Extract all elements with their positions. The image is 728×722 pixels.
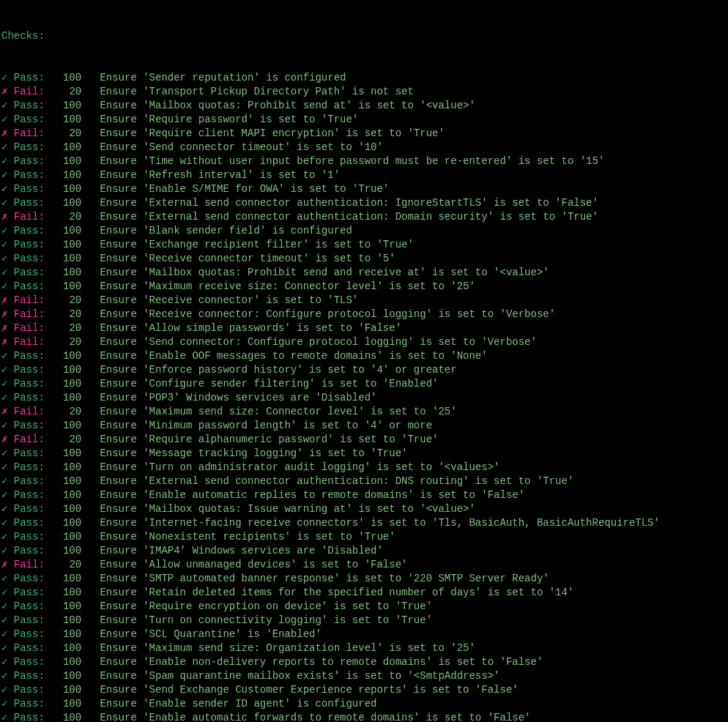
check-row: ✓Pass:100Ensure 'Exchange recipient filt… [1, 238, 728, 252]
check-status-label: Pass: [14, 280, 51, 294]
check-description: Ensure 'Require client MAPI encryption' … [100, 127, 444, 141]
check-score: 100 [51, 280, 81, 294]
check-pass-icon: ✓ [1, 447, 7, 461]
check-score: 100 [51, 628, 81, 641]
check-pass-icon: ✓ [1, 113, 7, 127]
check-pass-icon: ✓ [1, 377, 7, 391]
check-pass-icon: ✓ [1, 544, 7, 558]
check-status-label: Fail: [14, 308, 51, 321]
check-description: Ensure 'Refresh interval' is set to '1' [100, 168, 340, 182]
check-status-label: Pass: [14, 697, 51, 711]
check-score: 100 [51, 99, 81, 113]
check-description: Ensure 'Allow simple passwords' is set t… [100, 321, 401, 335]
check-score: 100 [51, 447, 81, 461]
check-description: Ensure 'Turn on administrator audit logg… [100, 461, 499, 474]
check-row: ✓Pass:100Ensure 'External send connector… [1, 196, 728, 210]
check-description: Ensure 'Minimum password length' is set … [100, 419, 432, 433]
check-row: ✓Pass:100Ensure 'Require encryption on d… [1, 600, 728, 614]
check-status-label: Pass: [14, 711, 51, 722]
checks-header: Checks: [1, 29, 728, 43]
check-description: Ensure 'Require alphanumeric password' i… [100, 433, 438, 447]
check-description: Ensure 'Send Exchange Customer Experienc… [100, 683, 518, 697]
check-row: ✓Pass:100Ensure 'Retain deleted items fo… [1, 586, 728, 600]
check-score: 20 [51, 308, 81, 321]
check-score: 100 [51, 377, 81, 391]
check-status-label: Pass: [14, 502, 51, 516]
check-status-label: Pass: [14, 363, 51, 377]
check-row: ✓Pass:100Ensure 'Enable automatic replie… [1, 488, 728, 502]
check-row: ✗Fail:20Ensure 'Require alphanumeric pas… [1, 433, 728, 447]
check-status-label: Fail: [14, 405, 51, 419]
check-fail-icon: ✗ [1, 85, 7, 99]
check-row: ✗Fail:20Ensure 'Require client MAPI encr… [1, 127, 728, 141]
check-description: Ensure 'Message tracking logging' is set… [100, 447, 407, 461]
check-status-label: Pass: [14, 377, 51, 391]
check-row: ✓Pass:100Ensure 'Enable sender ID agent'… [1, 697, 728, 711]
check-status-label: Fail: [14, 210, 51, 224]
check-row: ✓Pass:100Ensure 'Send Exchange Customer … [1, 683, 728, 697]
check-row: ✓Pass:100Ensure 'Internet-facing receive… [1, 516, 728, 530]
check-description: Ensure 'Receive connector timeout' is se… [100, 252, 395, 266]
check-description: Ensure 'Time without user input before p… [100, 155, 604, 168]
check-description: Ensure 'SCL Quarantine' is 'Enabled' [100, 628, 321, 641]
check-description: Ensure 'Mailbox quotas: Prohibit send at… [100, 99, 475, 113]
check-description: Ensure 'Send connector: Configure protoc… [100, 335, 537, 349]
check-score: 20 [51, 321, 81, 335]
check-fail-icon: ✗ [1, 335, 7, 349]
check-description: Ensure 'Enable automatic forwards to rem… [100, 711, 530, 722]
check-pass-icon: ✓ [1, 363, 7, 377]
check-description: Ensure 'SMTP automated banner response' … [100, 572, 549, 586]
check-score: 100 [51, 641, 81, 655]
check-row: ✓Pass:100Ensure 'Turn on connectivity lo… [1, 614, 728, 628]
check-pass-icon: ✓ [1, 530, 7, 544]
check-pass-icon: ✓ [1, 196, 7, 210]
check-status-label: Fail: [14, 321, 51, 335]
check-row: ✓Pass:100Ensure 'Minimum password length… [1, 419, 728, 433]
check-row: ✓Pass:100Ensure 'Mailbox quotas: Prohibi… [1, 99, 728, 113]
check-status-label: Fail: [14, 558, 51, 572]
check-score: 100 [51, 182, 81, 196]
check-status-label: Pass: [14, 641, 51, 655]
check-row: ✗Fail:20Ensure 'Allow simple passwords' … [1, 321, 728, 335]
check-description: Ensure 'Configure sender filtering' is s… [100, 377, 438, 391]
terminal-output: Checks: ✓Pass:100Ensure 'Sender reputati… [0, 0, 728, 722]
check-row: ✓Pass:100Ensure 'Maximum receive size: C… [1, 280, 728, 294]
check-description: Ensure 'Nonexistent recipients' is set t… [100, 530, 395, 544]
check-description: Ensure 'Enable OOF messages to remote do… [100, 349, 487, 363]
check-pass-icon: ✓ [1, 474, 7, 488]
check-description: Ensure 'Sender reputation' is configured [100, 71, 346, 85]
check-score: 100 [51, 238, 81, 252]
check-pass-icon: ✓ [1, 141, 7, 155]
check-pass-icon: ✓ [1, 419, 7, 433]
check-row: ✗Fail:20Ensure 'Receive connector' is se… [1, 294, 728, 308]
check-status-label: Fail: [14, 335, 51, 349]
check-status-label: Pass: [14, 683, 51, 697]
check-pass-icon: ✓ [1, 349, 7, 363]
check-description: Ensure 'Turn on connectivity logging' is… [100, 614, 432, 628]
check-row: ✓Pass:100Ensure 'Mailbox quotas: Prohibi… [1, 266, 728, 280]
check-row: ✗Fail:20Ensure 'Allow unmanaged devices'… [1, 558, 728, 572]
check-description: Ensure 'Receive connector' is set to 'TL… [100, 294, 358, 308]
check-row: ✗Fail:20Ensure 'Receive connector: Confi… [1, 308, 728, 321]
check-score: 100 [51, 266, 81, 280]
check-fail-icon: ✗ [1, 558, 7, 572]
check-score: 100 [51, 461, 81, 474]
check-status-label: Pass: [14, 196, 51, 210]
check-status-label: Pass: [14, 516, 51, 530]
check-description: Ensure 'Spam quarantine mailbox exists' … [100, 669, 499, 683]
check-pass-icon: ✓ [1, 641, 7, 655]
check-row: ✓Pass:100Ensure 'POP3' Windows services … [1, 391, 728, 405]
check-description: Ensure 'IMAP4' Windows services are 'Dis… [100, 544, 382, 558]
check-row: ✓Pass:100Ensure 'Require password' is se… [1, 113, 728, 127]
check-description: Ensure 'Blank sender field' is configure… [100, 224, 352, 238]
check-pass-icon: ✓ [1, 182, 7, 196]
check-fail-icon: ✗ [1, 127, 7, 141]
check-row: ✓Pass:100Ensure 'Turn on administrator a… [1, 461, 728, 474]
check-description: Ensure 'Allow unmanaged devices' is set … [100, 558, 407, 572]
check-status-label: Pass: [14, 349, 51, 363]
check-pass-icon: ✓ [1, 614, 7, 628]
check-row: ✓Pass:100Ensure 'Time without user input… [1, 155, 728, 168]
check-status-label: Pass: [14, 141, 51, 155]
check-pass-icon: ✓ [1, 391, 7, 405]
check-pass-icon: ✓ [1, 71, 7, 85]
